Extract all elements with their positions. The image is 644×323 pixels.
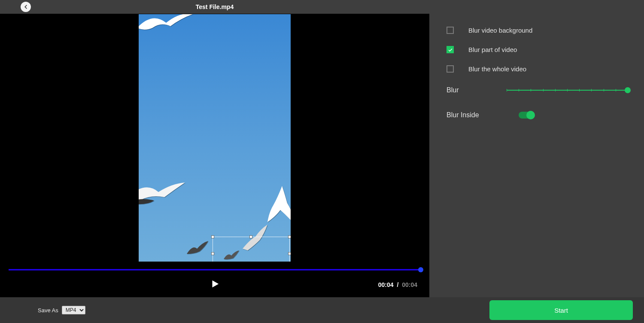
arrow-left-icon — [23, 4, 29, 10]
main-area: 00:04 / 00:04 Blur video backgroundBlur … — [0, 14, 644, 297]
resize-handle-n[interactable] — [249, 235, 252, 238]
bird-icon — [187, 241, 208, 260]
play-button[interactable] — [210, 279, 219, 290]
time-separator: / — [397, 281, 398, 288]
back-button[interactable] — [21, 2, 31, 12]
video-preview[interactable] — [0, 14, 429, 262]
slider-tick — [507, 89, 507, 91]
resize-handle-ne[interactable] — [288, 235, 291, 238]
footer-bar: Save As MP4 Start — [0, 297, 644, 323]
blur-inside-row: Blur Inside — [447, 111, 628, 119]
resize-handle-nw[interactable] — [211, 235, 214, 238]
checkbox[interactable] — [447, 65, 454, 73]
bird-icon — [139, 14, 193, 38]
slider-tick — [567, 89, 568, 91]
file-title: Test File.mp4 — [196, 3, 234, 10]
timeline-track — [9, 269, 421, 271]
bird-icon — [139, 182, 186, 209]
settings-panel: Blur video backgroundBlur part of videoB… — [429, 14, 644, 297]
checkbox[interactable] — [447, 46, 454, 53]
current-time: 00:04 — [378, 281, 394, 288]
start-button[interactable]: Start — [489, 300, 633, 320]
resize-handle-w[interactable] — [211, 252, 214, 255]
save-as-label: Save As — [38, 307, 58, 314]
slider-tick — [519, 89, 519, 91]
timeline[interactable] — [9, 265, 421, 274]
play-icon — [210, 279, 219, 289]
timeline-playhead[interactable] — [418, 267, 423, 272]
header-bar: Test File.mp4 — [0, 0, 429, 14]
slider-tick — [531, 89, 531, 91]
video-frame — [139, 14, 291, 262]
slider-tick — [555, 89, 556, 91]
slider-tick — [543, 89, 544, 91]
blur-row: Blur — [447, 86, 628, 94]
save-as-group: Save As MP4 — [38, 306, 85, 314]
time-display: 00:04 / 00:04 — [378, 281, 417, 288]
slider-tick — [604, 89, 604, 91]
option-label: Blur part of video — [468, 46, 517, 53]
checkbox[interactable] — [447, 27, 454, 34]
check-icon — [448, 47, 453, 52]
blur-slider-thumb[interactable] — [625, 87, 631, 93]
blur-option[interactable]: Blur video background — [447, 27, 628, 34]
slider-tick — [579, 89, 580, 91]
option-label: Blur the whole video — [468, 65, 526, 73]
format-select[interactable]: MP4 — [62, 306, 85, 314]
video-panel: 00:04 / 00:04 — [0, 14, 429, 297]
blur-option[interactable]: Blur the whole video — [447, 65, 628, 73]
player-controls: 00:04 / 00:04 — [0, 274, 429, 296]
slider-tick — [591, 89, 592, 91]
option-label: Blur video background — [468, 27, 532, 34]
duration: 00:04 — [402, 281, 417, 288]
blur-slider[interactable] — [507, 87, 628, 93]
blur-option[interactable]: Blur part of video — [447, 46, 628, 53]
toggle-knob — [526, 111, 535, 119]
slider-tick — [616, 89, 616, 91]
blur-inside-toggle[interactable] — [519, 112, 534, 119]
bird-icon — [267, 186, 291, 226]
blur-inside-label: Blur Inside — [447, 111, 519, 119]
blur-label: Blur — [447, 86, 507, 94]
start-button-label: Start — [554, 307, 568, 314]
resize-handle-e[interactable] — [288, 252, 291, 255]
blur-selection-region[interactable] — [213, 237, 290, 262]
